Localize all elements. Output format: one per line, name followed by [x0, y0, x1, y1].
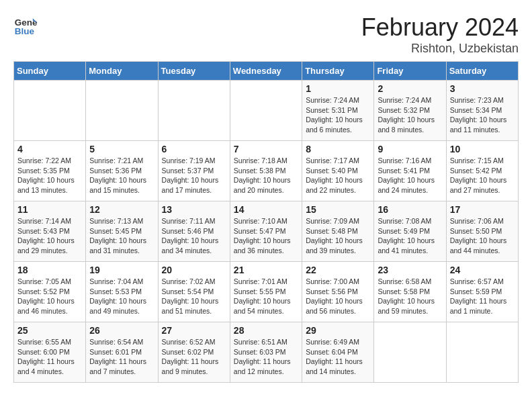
day-cell: 19Sunrise: 7:04 AM Sunset: 5:53 PM Dayli…: [86, 262, 158, 322]
day-cell: 12Sunrise: 7:13 AM Sunset: 5:45 PM Dayli…: [86, 201, 158, 262]
header-cell-saturday: Saturday: [446, 62, 518, 81]
day-cell: 15Sunrise: 7:09 AM Sunset: 5:48 PM Dayli…: [302, 201, 374, 262]
day-number: 22: [306, 265, 370, 275]
calendar-body: 1Sunrise: 7:24 AM Sunset: 5:31 PM Daylig…: [14, 81, 519, 383]
day-cell: 21Sunrise: 7:01 AM Sunset: 5:55 PM Dayli…: [230, 262, 302, 322]
day-cell: 6Sunrise: 7:19 AM Sunset: 5:37 PM Daylig…: [158, 141, 230, 201]
day-number: 21: [234, 265, 298, 275]
day-cell: 24Sunrise: 6:57 AM Sunset: 5:59 PM Dayli…: [446, 262, 518, 322]
day-cell: 3Sunrise: 7:23 AM Sunset: 5:34 PM Daylig…: [446, 81, 518, 141]
day-number: 20: [162, 265, 226, 275]
title-area: February 2024 Rishton, Uzbekistan: [361, 13, 519, 56]
day-info: Sunrise: 6:57 AM Sunset: 5:59 PM Dayligh…: [450, 277, 515, 316]
day-number: 23: [378, 265, 442, 275]
day-info: Sunrise: 6:58 AM Sunset: 5:58 PM Dayligh…: [378, 277, 442, 316]
day-info: Sunrise: 7:06 AM Sunset: 5:50 PM Dayligh…: [450, 216, 515, 256]
logo-icon: General Blue: [13, 13, 38, 38]
day-info: Sunrise: 7:17 AM Sunset: 5:40 PM Dayligh…: [306, 156, 370, 195]
day-info: Sunrise: 7:10 AM Sunset: 5:47 PM Dayligh…: [234, 216, 298, 256]
day-number: 4: [17, 144, 82, 154]
day-number: 27: [162, 325, 226, 336]
week-row-2: 4Sunrise: 7:22 AM Sunset: 5:35 PM Daylig…: [14, 141, 519, 201]
day-number: 14: [234, 204, 298, 215]
day-number: 17: [450, 204, 515, 215]
day-info: Sunrise: 7:21 AM Sunset: 5:36 PM Dayligh…: [89, 156, 154, 195]
day-cell: [158, 81, 230, 141]
week-row-4: 18Sunrise: 7:05 AM Sunset: 5:52 PM Dayli…: [14, 262, 519, 322]
day-info: Sunrise: 7:04 AM Sunset: 5:53 PM Dayligh…: [89, 277, 154, 316]
header-cell-wednesday: Wednesday: [230, 62, 302, 81]
day-cell: 23Sunrise: 6:58 AM Sunset: 5:58 PM Dayli…: [374, 262, 446, 322]
day-cell: 20Sunrise: 7:02 AM Sunset: 5:54 PM Dayli…: [158, 262, 230, 322]
day-cell: 13Sunrise: 7:11 AM Sunset: 5:46 PM Dayli…: [158, 201, 230, 262]
day-info: Sunrise: 7:24 AM Sunset: 5:31 PM Dayligh…: [306, 95, 370, 135]
day-cell: 25Sunrise: 6:55 AM Sunset: 6:00 PM Dayli…: [14, 322, 86, 383]
day-number: 1: [306, 83, 370, 94]
day-number: 25: [17, 325, 82, 336]
day-info: Sunrise: 7:15 AM Sunset: 5:42 PM Dayligh…: [450, 156, 515, 195]
day-info: Sunrise: 7:24 AM Sunset: 5:32 PM Dayligh…: [378, 95, 442, 135]
day-cell: [230, 81, 302, 141]
day-cell: 22Sunrise: 7:00 AM Sunset: 5:56 PM Dayli…: [302, 262, 374, 322]
header-cell-monday: Monday: [86, 62, 158, 81]
day-number: 19: [89, 265, 154, 275]
day-info: Sunrise: 7:23 AM Sunset: 5:34 PM Dayligh…: [450, 95, 515, 135]
day-info: Sunrise: 7:11 AM Sunset: 5:46 PM Dayligh…: [162, 216, 226, 256]
day-number: 18: [17, 265, 82, 275]
day-number: 6: [162, 144, 226, 154]
day-cell: 26Sunrise: 6:54 AM Sunset: 6:01 PM Dayli…: [86, 322, 158, 383]
day-info: Sunrise: 6:55 AM Sunset: 6:00 PM Dayligh…: [17, 337, 82, 377]
day-info: Sunrise: 6:54 AM Sunset: 6:01 PM Dayligh…: [89, 337, 154, 377]
day-number: 28: [234, 325, 298, 336]
day-info: Sunrise: 7:18 AM Sunset: 5:38 PM Dayligh…: [234, 156, 298, 195]
day-info: Sunrise: 7:08 AM Sunset: 5:49 PM Dayligh…: [378, 216, 442, 256]
day-number: 3: [450, 83, 515, 94]
day-info: Sunrise: 7:22 AM Sunset: 5:35 PM Dayligh…: [17, 156, 82, 195]
day-cell: 27Sunrise: 6:52 AM Sunset: 6:02 PM Dayli…: [158, 322, 230, 383]
day-info: Sunrise: 7:14 AM Sunset: 5:43 PM Dayligh…: [17, 216, 82, 256]
day-cell: 10Sunrise: 7:15 AM Sunset: 5:42 PM Dayli…: [446, 141, 518, 201]
day-cell: 11Sunrise: 7:14 AM Sunset: 5:43 PM Dayli…: [14, 201, 86, 262]
day-info: Sunrise: 7:09 AM Sunset: 5:48 PM Dayligh…: [306, 216, 370, 256]
day-info: Sunrise: 7:02 AM Sunset: 5:54 PM Dayligh…: [162, 277, 226, 316]
day-number: 15: [306, 204, 370, 215]
day-number: 10: [450, 144, 515, 154]
day-info: Sunrise: 7:00 AM Sunset: 5:56 PM Dayligh…: [306, 277, 370, 316]
svg-text:Blue: Blue: [15, 26, 35, 36]
calendar-header-row: SundayMondayTuesdayWednesdayThursdayFrid…: [14, 62, 519, 81]
day-number: 24: [450, 265, 515, 275]
day-info: Sunrise: 7:16 AM Sunset: 5:41 PM Dayligh…: [378, 156, 442, 195]
day-cell: 18Sunrise: 7:05 AM Sunset: 5:52 PM Dayli…: [14, 262, 86, 322]
day-info: Sunrise: 7:19 AM Sunset: 5:37 PM Dayligh…: [162, 156, 226, 195]
day-number: 16: [378, 204, 442, 215]
day-number: 13: [162, 204, 226, 215]
day-number: 5: [89, 144, 154, 154]
day-number: 26: [89, 325, 154, 336]
header-cell-friday: Friday: [374, 62, 446, 81]
week-row-3: 11Sunrise: 7:14 AM Sunset: 5:43 PM Dayli…: [14, 201, 519, 262]
day-number: 12: [89, 204, 154, 215]
week-row-5: 25Sunrise: 6:55 AM Sunset: 6:00 PM Dayli…: [14, 322, 519, 383]
day-cell: [446, 322, 518, 383]
day-number: 9: [378, 144, 442, 154]
day-cell: 28Sunrise: 6:51 AM Sunset: 6:03 PM Dayli…: [230, 322, 302, 383]
day-number: 8: [306, 144, 370, 154]
day-cell: 16Sunrise: 7:08 AM Sunset: 5:49 PM Dayli…: [374, 201, 446, 262]
day-number: 2: [378, 83, 442, 94]
header-cell-thursday: Thursday: [302, 62, 374, 81]
day-cell: 8Sunrise: 7:17 AM Sunset: 5:40 PM Daylig…: [302, 141, 374, 201]
logo: General Blue: [13, 13, 38, 38]
day-cell: [86, 81, 158, 141]
location-title: Rishton, Uzbekistan: [361, 42, 519, 56]
day-number: 11: [17, 204, 82, 215]
day-info: Sunrise: 7:01 AM Sunset: 5:55 PM Dayligh…: [234, 277, 298, 316]
day-cell: [374, 322, 446, 383]
day-cell: 17Sunrise: 7:06 AM Sunset: 5:50 PM Dayli…: [446, 201, 518, 262]
day-info: Sunrise: 7:05 AM Sunset: 5:52 PM Dayligh…: [17, 277, 82, 316]
day-cell: 9Sunrise: 7:16 AM Sunset: 5:41 PM Daylig…: [374, 141, 446, 201]
header-cell-sunday: Sunday: [14, 62, 86, 81]
day-number: 7: [234, 144, 298, 154]
header: General Blue February 2024 Rishton, Uzbe…: [13, 13, 519, 56]
day-info: Sunrise: 7:13 AM Sunset: 5:45 PM Dayligh…: [89, 216, 154, 256]
week-row-1: 1Sunrise: 7:24 AM Sunset: 5:31 PM Daylig…: [14, 81, 519, 141]
